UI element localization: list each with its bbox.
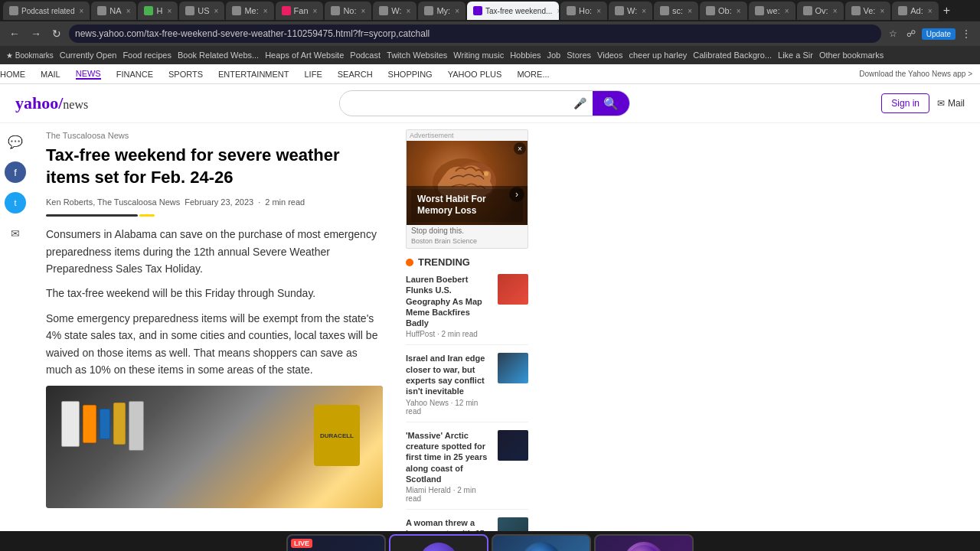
mail-link[interactable]: ✉ Mail — [937, 98, 965, 109]
tab-close[interactable]: × — [642, 7, 646, 15]
menu-button[interactable]: ⋮ — [959, 27, 974, 41]
tab-close[interactable]: × — [263, 7, 268, 15]
bookmark-calibrated[interactable]: Calibrated Backgro... — [693, 51, 772, 60]
tab-ov[interactable]: Ov: × — [797, 2, 844, 20]
bookmark-writing[interactable]: Writing music — [453, 51, 504, 60]
tab-na[interactable]: NA × — [91, 2, 136, 20]
tab-close[interactable]: × — [126, 7, 131, 15]
ad-source: Boston Brain Science — [407, 236, 528, 248]
bookmark-other[interactable]: Other bookmarks — [819, 51, 884, 60]
trending-item-4[interactable]: A woman threw a house party with 65 men … — [406, 517, 528, 531]
tab-favicon — [567, 6, 576, 15]
taskbar-item-globe[interactable] — [389, 534, 488, 551]
tab-close[interactable]: × — [313, 7, 318, 15]
nav-entertainment[interactable]: ENTERTAINMENT — [218, 70, 289, 79]
tab-close[interactable]: × — [737, 7, 741, 15]
bookmark-book[interactable]: Book Related Webs... — [178, 51, 259, 60]
search-mic-button[interactable]: 🎤 — [567, 94, 593, 112]
nav-search[interactable]: SEARCH — [338, 70, 373, 79]
trending-item-3[interactable]: 'Massive' Arctic creature spotted for fi… — [406, 430, 528, 510]
tab-fan[interactable]: Fan × — [276, 2, 324, 20]
tab-us[interactable]: US × — [179, 2, 224, 20]
bookmark-food[interactable]: Food recipes — [122, 51, 172, 60]
nav-life[interactable]: LIFE — [305, 70, 322, 79]
extensions-button[interactable]: ☍ — [903, 27, 919, 41]
tab-ve[interactable]: Ve: × — [845, 2, 891, 20]
trending-section: TRENDING Lauren Boebert Flunks U.S. Geog… — [406, 256, 528, 531]
search-input[interactable] — [340, 94, 567, 112]
tab-close[interactable]: × — [928, 7, 933, 15]
nav-finance[interactable]: FINANCE — [116, 70, 153, 79]
bookmark-podcast[interactable]: Podcast — [350, 51, 381, 60]
tab-close[interactable]: × — [407, 7, 411, 15]
tab-no[interactable]: No: × — [325, 2, 371, 20]
tab-close[interactable]: × — [214, 7, 219, 15]
tab-w2[interactable]: W: × — [609, 2, 652, 20]
tab-close[interactable]: × — [833, 7, 838, 15]
trending-title-3: 'Massive' Arctic creature spotted for fi… — [406, 430, 493, 484]
tab-close[interactable]: × — [785, 7, 789, 15]
search-button[interactable]: 🔍 — [593, 90, 629, 116]
bookmark-hobbies[interactable]: Hobbies — [510, 51, 541, 60]
bookmark-cheer[interactable]: cheer up harley — [629, 51, 687, 60]
tab-ho[interactable]: Ho: × — [560, 2, 607, 20]
nav-yahoo-plus[interactable]: YAHOO PLUS — [448, 70, 502, 79]
ad-close-button[interactable]: × — [514, 142, 526, 155]
trending-item-1[interactable]: Lauren Boebert Flunks U.S. Geography As … — [406, 274, 528, 345]
tab-yahoo-active[interactable]: Tax-free weekend... × — [467, 2, 559, 20]
tab-close[interactable]: × — [361, 7, 366, 15]
bookmark-twitch[interactable]: Twitch Websites — [387, 51, 447, 60]
taskbar-item-video[interactable]: LIVE 📷 ⋯ — [286, 534, 386, 551]
address-input[interactable] — [69, 24, 881, 43]
bookmark-button[interactable]: ☆ — [886, 27, 900, 41]
tab-close[interactable]: × — [455, 7, 459, 15]
tab-close[interactable]: × — [80, 7, 84, 15]
tab-close[interactable]: × — [557, 7, 559, 15]
taskbar-item-moon[interactable] — [492, 534, 591, 551]
bookmark-stores[interactable]: Stores — [567, 51, 591, 60]
tab-ob[interactable]: Ob: × — [700, 2, 747, 20]
bookmark-like[interactable]: Like a Sir — [778, 51, 813, 60]
tab-ad[interactable]: Ad: × — [892, 2, 938, 20]
tab-close[interactable]: × — [880, 7, 884, 15]
twitter-share-button[interactable]: t — [5, 192, 26, 214]
article-paragraph-3: Some emergency preparedness items will b… — [46, 310, 383, 379]
bookmark-art[interactable]: Heaps of Art Website — [265, 51, 344, 60]
tab-close[interactable]: × — [688, 7, 692, 15]
forward-button[interactable]: → — [28, 26, 44, 41]
bookmark-currently-open[interactable]: Currently Open — [60, 51, 117, 60]
update-button[interactable]: Update — [922, 28, 956, 40]
tab-h[interactable]: H × — [138, 2, 178, 20]
nav-shopping[interactable]: SHOPPING — [388, 70, 433, 79]
tab-we[interactable]: we: × — [749, 2, 795, 20]
email-share-button[interactable]: ✉ — [5, 223, 26, 244]
taskbar-planet-icon — [624, 542, 664, 551]
trending-img-2 — [498, 353, 528, 383]
nav-home[interactable]: HOME — [0, 70, 25, 79]
tab-me[interactable]: Me: × — [226, 2, 273, 20]
bookmark-job[interactable]: Job — [547, 51, 561, 60]
tab-podcast[interactable]: Podcast related × — [3, 2, 90, 20]
sign-in-button[interactable]: Sign in — [881, 93, 929, 113]
comment-button[interactable]: 💬 — [5, 131, 26, 152]
app-promo[interactable]: Download the Yahoo News app > — [859, 70, 980, 78]
nav-sports[interactable]: SPORTS — [168, 70, 203, 79]
new-tab-button[interactable]: + — [940, 4, 953, 18]
trending-item-2[interactable]: Israel and Iran edge closer to war, but … — [406, 353, 528, 422]
tab-favicon — [660, 6, 669, 15]
reload-button[interactable]: ↻ — [49, 26, 64, 41]
taskbar-item-planet[interactable] — [594, 534, 694, 551]
ad-next-button[interactable]: › — [509, 187, 524, 202]
facebook-share-button[interactable]: f — [5, 161, 26, 183]
nav-news[interactable]: NEWS — [76, 69, 101, 80]
nav-mail[interactable]: MAIL — [41, 70, 60, 79]
nav-more[interactable]: MORE... — [517, 70, 549, 79]
tab-w1[interactable]: W: × — [373, 2, 416, 20]
tab-close[interactable]: × — [167, 7, 172, 15]
bookmark-videos[interactable]: Videos — [597, 51, 622, 60]
back-button[interactable]: ← — [6, 26, 23, 41]
ad-image-wrapper: Worst Habit For Memory Loss × › — [407, 141, 528, 225]
tab-sc[interactable]: sc: × — [654, 2, 698, 20]
tab-my[interactable]: My: × — [418, 2, 466, 20]
tab-close[interactable]: × — [596, 7, 601, 15]
